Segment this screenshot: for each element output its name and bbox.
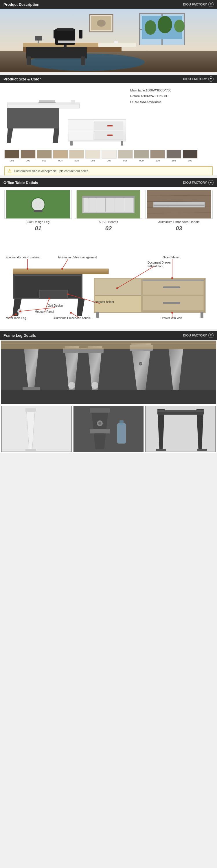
svg-rect-96 [143, 279, 204, 281]
svg-point-122 [15, 313, 17, 315]
svg-rect-61 [84, 197, 133, 212]
svg-rect-159 [120, 421, 124, 425]
swatch-007[interactable]: 007 [101, 150, 117, 162]
svg-rect-131 [1, 390, 216, 404]
brand-description: DIOU FACTORY ▼ [183, 2, 214, 7]
swatch-color-001 [4, 150, 20, 159]
svg-point-54 [39, 202, 41, 204]
swatch-color-005 [69, 150, 84, 159]
svg-marker-82 [77, 299, 85, 316]
svg-point-156 [98, 422, 101, 425]
swatch-label-003: 003 [42, 159, 46, 162]
svg-rect-19 [26, 47, 87, 58]
svg-rect-25 [79, 30, 83, 38]
swatch-003[interactable]: 003 [37, 150, 52, 162]
swatch-color-006 [85, 150, 100, 159]
svg-rect-28 [58, 40, 75, 43]
svg-rect-149 [26, 449, 36, 451]
swatch-color-008 [118, 150, 133, 159]
swatch-006[interactable]: 006 [85, 150, 100, 162]
svg-point-137 [68, 382, 75, 389]
swatch-color-100 [150, 150, 165, 159]
frame-large-image-wrapper [0, 340, 217, 405]
svg-text:Aluminum Cable management: Aluminum Cable management [58, 256, 97, 259]
svg-point-119 [48, 298, 50, 300]
swatch-label-001: 001 [9, 159, 14, 162]
svg-rect-31 [35, 36, 42, 40]
svg-point-113 [20, 310, 21, 312]
svg-rect-158 [117, 423, 126, 443]
svg-point-53 [35, 202, 37, 204]
chevron-down-icon-2[interactable]: ▼ [208, 76, 214, 82]
svg-rect-76 [153, 205, 204, 206]
swatch-label-007: 007 [107, 159, 111, 162]
svg-rect-165 [156, 449, 166, 451]
swatch-100[interactable]: 100 [150, 150, 165, 162]
color-swatches: 001002003004005006007008009100101102 [0, 150, 217, 165]
swatch-color-007 [101, 150, 117, 159]
swatch-label-004: 004 [58, 159, 62, 162]
frame-leg-section: Frame Leg Details DIOU FACTORY ▼ [0, 331, 217, 453]
svg-rect-93 [163, 286, 180, 288]
brand-details: DIOU FACTORY ▼ [183, 180, 214, 185]
swatch-label-101: 101 [172, 159, 176, 162]
swatch-002[interactable]: 002 [21, 150, 36, 162]
swatch-label-102: 102 [188, 159, 192, 162]
svg-text:without door: without door [147, 265, 163, 268]
detail-num-2: 02 [105, 225, 112, 232]
swatch-label-006: 006 [91, 159, 95, 162]
svg-rect-58 [34, 210, 42, 212]
chevron-down-icon-4[interactable]: ▼ [208, 333, 214, 338]
section-header-details: Office Table Detials DIOU FACTORY ▼ [0, 178, 217, 187]
chevron-down-icon[interactable]: ▼ [208, 2, 214, 7]
section-title-details: Office Table Detials [3, 181, 38, 185]
detail-num-3: 03 [176, 225, 182, 232]
svg-rect-43 [70, 141, 73, 146]
svg-point-100 [27, 268, 28, 270]
detail-3: Aluminum Embedded Handle 03 [145, 190, 213, 232]
swatch-101[interactable]: 101 [166, 150, 181, 162]
frame-large-svg [1, 341, 216, 404]
swatch-009[interactable]: 009 [134, 150, 149, 162]
svg-rect-154 [90, 408, 110, 412]
swatch-color-101 [166, 150, 181, 159]
svg-rect-26 [64, 45, 66, 51]
svg-rect-150 [26, 408, 36, 412]
svg-text:Side Cabinet: Side Cabinet [163, 256, 179, 259]
svg-rect-97 [96, 312, 99, 318]
svg-point-138 [91, 382, 98, 389]
svg-text:Eco friendly board material: Eco friendly board material [6, 256, 40, 259]
svg-rect-157 [90, 429, 110, 433]
svg-text:Computer holder: Computer holder [93, 300, 114, 304]
svg-rect-98 [200, 312, 204, 318]
desk-diagram-svg [4, 88, 129, 148]
size-info: Main table:1800W*800D*750 Return:1800W*4… [130, 88, 213, 146]
size-line-2: Return:1800W*400D*600H [130, 93, 213, 99]
bottom-img-1 [1, 406, 72, 452]
swatch-label-005: 005 [74, 159, 79, 162]
swatch-005[interactable]: 005 [69, 150, 84, 162]
swatch-102[interactable]: 102 [183, 150, 197, 162]
svg-point-128 [171, 312, 173, 314]
svg-rect-164 [157, 410, 204, 412]
svg-point-14 [97, 20, 105, 27]
swatch-color-009 [134, 150, 149, 159]
svg-rect-29 [59, 40, 74, 41]
swatch-001[interactable]: 001 [4, 150, 20, 162]
swatch-004[interactable]: 004 [53, 150, 68, 162]
svg-point-57 [39, 207, 41, 208]
svg-rect-146 [1, 341, 216, 343]
swatch-label-002: 002 [26, 159, 30, 162]
svg-text:Drawer with lock: Drawer with lock [161, 316, 182, 320]
svg-point-103 [61, 268, 63, 270]
svg-point-116 [67, 293, 69, 295]
section-header-frame: Frame Leg Details DIOU FACTORY ▼ [0, 331, 217, 340]
section-title-description: Product Description [3, 2, 39, 7]
svg-rect-21 [81, 56, 85, 65]
bottom-img-2 [73, 406, 144, 452]
chevron-down-icon-3[interactable]: ▼ [208, 180, 214, 185]
product-size-color-section: Product Size & Color DIOU FACTORY ▼ [0, 75, 217, 175]
svg-rect-42 [107, 134, 113, 136]
detail-1: Golf Design Leg 01 [4, 190, 72, 232]
swatch-008[interactable]: 008 [118, 150, 133, 162]
